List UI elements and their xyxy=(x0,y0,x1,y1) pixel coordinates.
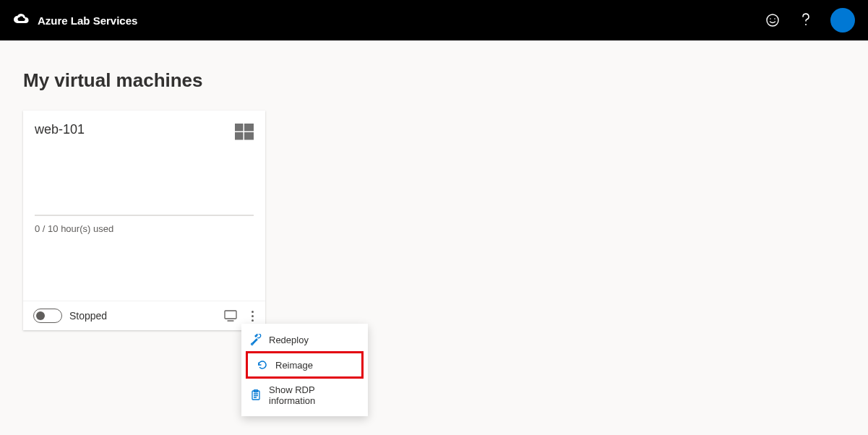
vm-card-header: web-101 xyxy=(35,122,254,144)
vm-card-footer: Stopped xyxy=(23,301,265,330)
header-left: Azure Lab Services xyxy=(13,12,137,29)
menu-item-reimage[interactable]: Reimage xyxy=(248,353,361,376)
menu-label-redeploy: Redeploy xyxy=(269,335,309,345)
avatar[interactable] xyxy=(830,8,855,33)
header-right xyxy=(764,8,855,33)
wrench-icon xyxy=(250,334,262,345)
svg-point-0 xyxy=(767,14,778,26)
menu-item-redeploy[interactable]: Redeploy xyxy=(241,328,368,351)
vm-card: web-101 0 / 10 hour(s) used xyxy=(23,111,265,330)
refresh-icon xyxy=(257,359,268,371)
help-icon[interactable] xyxy=(797,12,815,29)
highlight-box: Reimage xyxy=(246,351,364,379)
menu-label-reimage: Reimage xyxy=(275,360,313,371)
menu-label-show-rdp: Show RDP information xyxy=(269,384,359,406)
main-content: My virtual machines web-101 0 / 10 hour(… xyxy=(0,40,868,359)
feedback-icon[interactable] xyxy=(764,12,781,29)
vm-card-top: web-101 0 / 10 hour(s) used xyxy=(23,111,265,301)
svg-rect-7 xyxy=(244,132,254,140)
app-logo-icon xyxy=(13,12,30,29)
svg-point-3 xyxy=(805,24,807,25)
app-title: Azure Lab Services xyxy=(38,14,137,27)
app-header: Azure Lab Services xyxy=(0,0,868,40)
power-toggle[interactable] xyxy=(33,309,62,323)
vm-footer-right xyxy=(224,309,255,323)
vm-status: Stopped xyxy=(69,310,107,322)
usage-progress xyxy=(35,215,254,216)
menu-item-show-rdp[interactable]: Show RDP information xyxy=(241,379,368,412)
vm-context-menu: Redeploy Reimage Show RDP information xyxy=(241,324,368,416)
svg-rect-5 xyxy=(244,124,254,132)
windows-icon xyxy=(235,122,254,144)
svg-rect-4 xyxy=(235,124,244,132)
connect-icon[interactable] xyxy=(224,309,237,322)
vm-footer-left: Stopped xyxy=(33,309,107,323)
clipboard-icon xyxy=(250,389,262,401)
usage-text: 0 / 10 hour(s) used xyxy=(35,223,254,234)
svg-rect-6 xyxy=(235,132,244,140)
vm-name: web-101 xyxy=(35,122,85,137)
more-menu-button[interactable] xyxy=(250,309,255,323)
svg-rect-8 xyxy=(225,311,236,319)
svg-point-1 xyxy=(770,18,771,20)
page-title: My virtual machines xyxy=(23,69,845,92)
svg-point-2 xyxy=(774,18,775,20)
